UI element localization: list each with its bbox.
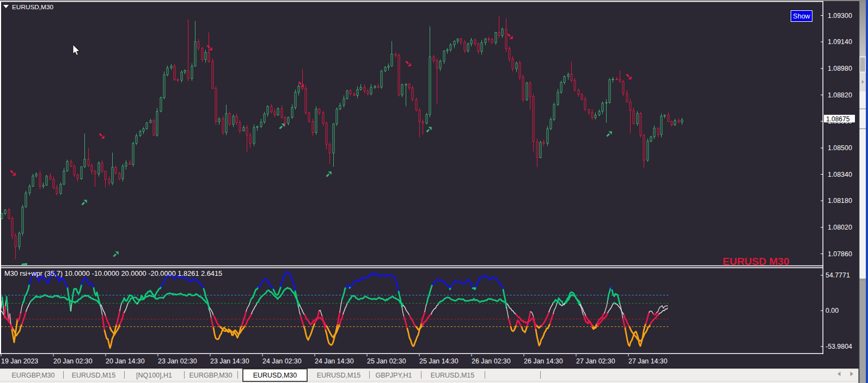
svg-text:23 Jan 02:30: 23 Jan 02:30	[158, 357, 197, 365]
svg-text:EURUSD,M15: EURUSD,M15	[431, 372, 475, 379]
svg-text:0.00: 0.00	[826, 307, 839, 314]
svg-text:1.08980: 1.08980	[828, 65, 852, 72]
svg-text:1.08500: 1.08500	[828, 144, 852, 152]
svg-text:1.08340: 1.08340	[828, 171, 852, 178]
svg-text:27 Jan 14:30: 27 Jan 14:30	[628, 357, 668, 365]
svg-text:26 Jan 02:30: 26 Jan 02:30	[472, 357, 511, 365]
svg-text:1.09300: 1.09300	[828, 12, 852, 20]
svg-text:EURUSD,M15: EURUSD,M15	[317, 372, 361, 379]
svg-text:1.08675: 1.08675	[826, 115, 850, 123]
svg-text:EURGBP,M30: EURGBP,M30	[190, 372, 233, 379]
svg-text:EURUSD M30: EURUSD M30	[723, 256, 789, 267]
svg-text:20 Jan 14:30: 20 Jan 14:30	[106, 357, 145, 365]
svg-text:20 Jan 02:30: 20 Jan 02:30	[53, 357, 93, 365]
svg-text:27 Jan 02:30: 27 Jan 02:30	[576, 357, 615, 365]
svg-text:26 Jan 14:30: 26 Jan 14:30	[524, 357, 563, 365]
svg-text:25 Jan 14:30: 25 Jan 14:30	[419, 357, 459, 365]
svg-text:1.07860: 1.07860	[828, 250, 852, 258]
svg-text:24 Jan 02:30: 24 Jan 02:30	[262, 357, 302, 365]
svg-text:›: ›	[861, 77, 864, 85]
svg-text:M30 rsi+wpr (35,7) 10.0000 -10: M30 rsi+wpr (35,7) 10.0000 -10.0000 20.0…	[4, 269, 222, 277]
svg-text:GBPJPY,H1: GBPJPY,H1	[375, 372, 412, 379]
svg-text:23 Jan 14:30: 23 Jan 14:30	[210, 357, 249, 365]
svg-text:1.09140: 1.09140	[828, 38, 852, 46]
svg-text:54.7771: 54.7771	[826, 271, 850, 279]
svg-text:19 Jan 2023: 19 Jan 2023	[1, 357, 38, 365]
svg-text:25 Jan 02:30: 25 Jan 02:30	[367, 357, 406, 365]
svg-text:EURUSD,M30: EURUSD,M30	[12, 3, 53, 11]
svg-text:1.08020: 1.08020	[828, 224, 852, 231]
svg-text:-53.9804: -53.9804	[826, 343, 852, 350]
svg-text:1.08180: 1.08180	[828, 197, 852, 205]
svg-text:24 Jan 14:30: 24 Jan 14:30	[315, 357, 354, 365]
svg-text:EURUSD,M15: EURUSD,M15	[72, 372, 116, 379]
svg-text:Show: Show	[793, 13, 810, 20]
svg-text:1.08820: 1.08820	[828, 91, 852, 99]
svg-text:EURUSD,M30: EURUSD,M30	[253, 372, 297, 379]
svg-text:[NQ100],H1: [NQ100],H1	[136, 372, 172, 379]
svg-text:EURGBP,M30: EURGBP,M30	[12, 372, 55, 379]
